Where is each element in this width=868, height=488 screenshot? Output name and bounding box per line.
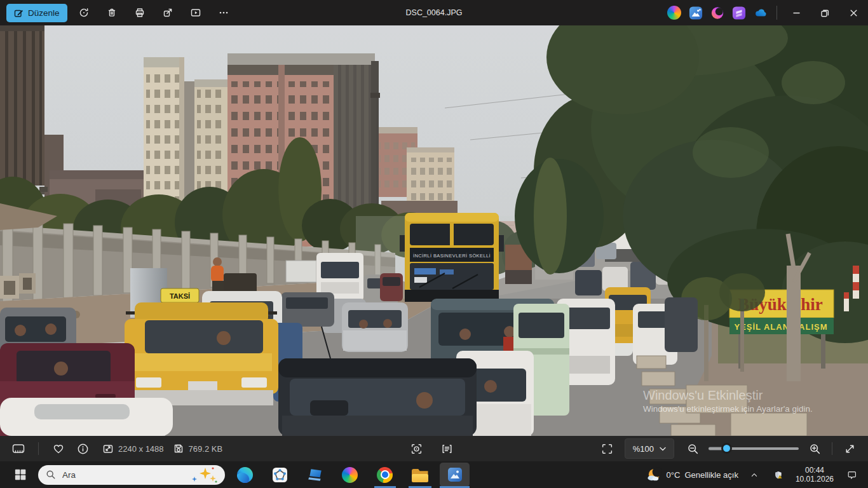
copilot-icon	[667, 6, 681, 20]
weather-night-icon	[646, 467, 662, 483]
taskbar-photos-button[interactable]	[440, 463, 470, 487]
titlebar-separator	[776, 6, 777, 20]
taskbar-clock[interactable]: 00:44 10.01.2026	[796, 466, 834, 484]
minimize-button[interactable]	[782, 0, 811, 25]
ai-edit-icon	[689, 6, 703, 20]
zoom-out-icon	[687, 443, 699, 455]
designer-app-button[interactable]	[707, 0, 728, 25]
more-options-button[interactable]	[212, 3, 235, 23]
file-explorer-icon	[412, 469, 428, 482]
statusbar-divider	[38, 442, 39, 455]
visual-search-icon	[410, 443, 423, 455]
ocr-text-icon	[441, 443, 453, 455]
photos-app-icon	[447, 466, 463, 483]
search-highlights-sparkle-icon	[189, 465, 219, 484]
file-info-button[interactable]	[72, 438, 93, 459]
rotate-button[interactable]	[72, 3, 95, 23]
visual-search-button[interactable]	[405, 438, 427, 459]
text-extract-button[interactable]	[436, 438, 458, 459]
weather-temperature: 0°C	[667, 470, 681, 480]
restore-icon	[819, 7, 831, 19]
chevron-down-icon	[660, 447, 666, 451]
taskbar-explorer-button[interactable]	[405, 463, 435, 487]
copilot-icon	[342, 467, 358, 483]
taskbar-search-box[interactable]	[38, 465, 225, 485]
security-shield-icon	[774, 468, 783, 482]
designer-swirl-icon	[710, 6, 724, 20]
dimensions-icon	[102, 443, 114, 454]
share-button[interactable]	[156, 3, 179, 23]
info-icon	[77, 443, 89, 455]
zoom-slider[interactable]	[709, 438, 799, 459]
taskbar-copilot-button[interactable]	[335, 463, 365, 487]
zoom-in-icon	[809, 443, 821, 455]
minimize-icon	[790, 7, 803, 19]
slideshow-icon	[190, 7, 201, 18]
filesize-icon	[173, 443, 184, 454]
heart-icon	[52, 442, 65, 455]
zoom-out-button[interactable]	[682, 438, 703, 459]
filesize-group: 769.2 KB	[173, 443, 223, 454]
delete-button[interactable]	[100, 3, 123, 23]
slideshow-button[interactable]	[184, 3, 207, 23]
notification-bubble-icon	[846, 468, 857, 481]
chrome-icon	[377, 467, 393, 483]
rotate-icon	[78, 7, 90, 18]
onedrive-cloud-icon	[754, 5, 768, 21]
fit-to-window-button[interactable]	[597, 438, 618, 459]
clipchamp-app-button[interactable]	[728, 0, 750, 25]
weather-condition: Genellikle açık	[684, 470, 738, 480]
tray-overflow-button[interactable]	[747, 463, 761, 487]
laptop-icon	[307, 466, 323, 483]
zoom-slider-thumb[interactable]	[721, 443, 732, 454]
edit-button-label: Düzenle	[28, 8, 60, 18]
print-icon	[134, 7, 146, 18]
road-sign-line2: YEŞİL ALAN ÇALIŞM	[734, 322, 827, 332]
clipchamp-icon	[732, 6, 746, 20]
favorite-button[interactable]	[48, 438, 69, 459]
search-input[interactable]	[61, 470, 184, 480]
close-button[interactable]	[839, 0, 868, 25]
close-icon	[848, 7, 860, 19]
taxi-roof-sign: TAKSİ	[170, 292, 190, 300]
expand-icon	[844, 443, 856, 455]
photo-status-bar: 2240 x 1488 769.2 KB	[0, 436, 868, 461]
copilot-app-button[interactable]	[663, 0, 685, 25]
photos-app-window: Düzenle	[0, 0, 868, 488]
taskbar-edge-button[interactable]	[230, 463, 260, 487]
windows-logo-icon	[13, 468, 27, 482]
filmstrip-icon	[11, 442, 25, 455]
onedrive-app-button[interactable]	[750, 0, 771, 25]
fullscreen-button[interactable]	[839, 438, 860, 459]
ai-edit-app-button[interactable]	[685, 0, 707, 25]
security-tray-button[interactable]	[770, 463, 787, 487]
geogebra-icon	[272, 467, 288, 483]
statusbar-divider-right	[832, 442, 832, 455]
edit-button[interactable]: Düzenle	[6, 4, 67, 22]
trash-icon	[106, 7, 118, 18]
restore-button[interactable]	[811, 0, 839, 25]
zoom-level-dropdown[interactable]: %100	[625, 438, 674, 459]
clock-time: 00:44	[805, 466, 824, 475]
image-dimensions: 2240 x 1488	[118, 444, 164, 454]
share-icon	[162, 7, 173, 18]
bus-destination-sign: İNCİRLİ BASINEVLERİ SÖKELLİ	[413, 253, 491, 259]
notification-center-button[interactable]	[843, 463, 860, 487]
filmstrip-toggle-button[interactable]	[8, 438, 29, 459]
taskbar-pc-button[interactable]	[300, 463, 330, 487]
print-button[interactable]	[128, 3, 151, 23]
start-button[interactable]	[8, 463, 33, 487]
double-decker-bus: İNCİRLİ BASINEVLERİ SÖKELLİ	[400, 213, 504, 302]
photo-viewer: Büyükşehir YEŞİL ALAN ÇALIŞM	[0, 25, 868, 436]
clock-date: 10.01.2026	[796, 475, 834, 484]
file-size: 769.2 KB	[189, 444, 223, 454]
chevron-up-icon	[751, 472, 757, 478]
taxi-main: TAKSİ	[125, 288, 278, 405]
taskbar-chrome-button[interactable]	[370, 463, 400, 487]
taskbar-weather-widget[interactable]: 0°C Genellikle açık	[646, 467, 738, 483]
photo-canvas[interactable]: Büyükşehir YEŞİL ALAN ÇALIŞM	[0, 25, 868, 436]
windows-taskbar: 0°C Genellikle açık 00:44 10.01.2026	[0, 461, 868, 488]
zoom-in-button[interactable]	[804, 438, 825, 459]
zoom-level-value: %100	[633, 444, 654, 454]
taskbar-geogebra-button[interactable]	[265, 463, 295, 487]
